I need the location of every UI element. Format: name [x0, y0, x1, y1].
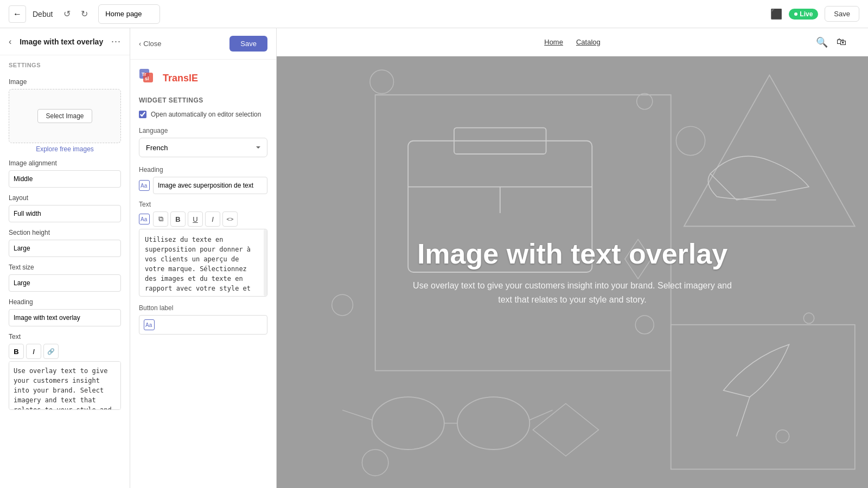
widget-settings-label: WIDGET SETTINGS [139, 97, 267, 104]
live-badge: Live [789, 9, 818, 20]
button-label-section-label: Button label [139, 304, 267, 312]
svg-text:Aa: Aa [141, 183, 148, 189]
italic-button[interactable]: I [26, 344, 41, 359]
heading-translation-row: Aa [139, 177, 267, 194]
image-section-label: Image [9, 78, 121, 86]
topbar-title: Debut [33, 10, 53, 18]
settings-label: SETTINGS [0, 55, 130, 72]
layout-label: Layout [9, 194, 121, 202]
topbar: ← Debut ↺ ↻ Home page About Contact ⬛ Li… [0, 0, 868, 28]
image-upload-box[interactable]: Select Image [9, 89, 121, 143]
section-height-field: Section height Large Small Medium Adapt … [9, 229, 121, 257]
button-label-field: Button label Aa [139, 304, 267, 335]
translate-icon-2: Aa [141, 215, 148, 223]
text-toolbar: B I 🔗 [9, 344, 121, 359]
topbar-nav: ↺ ↻ [59, 7, 92, 22]
page-selector[interactable]: Home page About Contact [98, 4, 160, 24]
preview-nav: Home Catalog 🔍 🛍 [277, 28, 868, 56]
middle-panel: ‹ Close Save Tr sl TranslE WIDGET SETTIN… [130, 28, 277, 488]
preview-nav-icons: 🔍 🛍 [601, 36, 846, 48]
close-label: Close [143, 40, 161, 48]
auto-open-label: Open automatically on editor selection [151, 111, 261, 118]
heading-label: Heading [9, 298, 121, 306]
text-translation-field: Text Aa ⧉ B U I <> Utilisez du texte en … [139, 201, 267, 297]
auto-open-checkbox[interactable] [139, 111, 146, 118]
layout-select[interactable]: Full width Fixed width [9, 205, 121, 222]
monitor-icon[interactable]: ⬛ [770, 8, 782, 20]
layout-field: Layout Full width Fixed width [9, 194, 121, 222]
transl-logo: Tr sl TranslE [139, 68, 267, 88]
translation-lang-icon: Aa [139, 180, 150, 191]
left-panel-header: ‹ Image with text overlay ··· [0, 28, 130, 55]
cart-icon[interactable]: 🛍 [837, 36, 846, 48]
image-alignment-select[interactable]: Middle Left Right [9, 170, 121, 188]
topbar-save-button[interactable]: Save [825, 6, 859, 22]
middle-save-button[interactable]: Save [229, 36, 267, 52]
middle-textarea-wrap: Utilisez du texte en superposition pour … [139, 229, 267, 297]
text-section-label: Text [9, 333, 121, 341]
middle-heading-label: Heading [139, 166, 267, 174]
text-size-select[interactable]: Large Small Medium [9, 274, 121, 292]
chevron-left-icon: ‹ [139, 40, 141, 48]
explore-images-link[interactable]: Explore free images [9, 145, 121, 153]
heading-input[interactable] [9, 309, 121, 326]
left-panel-back-icon[interactable]: ‹ [9, 37, 11, 47]
language-label: Language [139, 127, 267, 134]
transl-logo-text: TranslE [163, 73, 198, 84]
heading-field: Heading [9, 298, 121, 326]
translate-icon-3: Aa [145, 321, 153, 329]
heading-translation-input[interactable] [153, 177, 267, 194]
bold-button[interactable]: B [9, 344, 24, 359]
textarea-scrollbar [264, 229, 267, 296]
preview-area: Home Catalog 🔍 🛍 [277, 28, 868, 488]
select-image-button[interactable]: Select Image [37, 109, 92, 123]
svg-text:sl: sl [145, 76, 149, 81]
middle-bold-button[interactable]: B [170, 211, 186, 227]
copy-button[interactable]: ⧉ [153, 211, 168, 227]
translate-icon: Aa [141, 182, 148, 189]
back-arrow-icon: ← [13, 9, 22, 19]
middle-code-button[interactable]: <> [222, 211, 238, 227]
heading-translation-field: Heading Aa [139, 166, 267, 194]
section-height-label: Section height [9, 229, 121, 236]
text-size-field: Text size Large Small Medium [9, 264, 121, 292]
middle-underline-button[interactable]: U [188, 211, 203, 227]
section-height-select[interactable]: Large Small Medium Adapt to image [9, 240, 121, 257]
redo-button[interactable]: ↻ [76, 7, 92, 22]
svg-text:Aa: Aa [145, 322, 152, 328]
text-field-group: Text B I 🔗 Use overlay text to give your… [9, 333, 121, 412]
transl-logo-icon: Tr sl [139, 68, 158, 88]
button-label-input[interactable] [158, 321, 263, 329]
left-panel: ‹ Image with text overlay ··· SETTINGS I… [0, 28, 130, 488]
preview-hero: Image with text overlay Use overlay text… [277, 56, 868, 488]
topbar-back-button[interactable]: ← [9, 5, 26, 23]
undo-button[interactable]: ↺ [59, 7, 74, 22]
main-layout: ‹ Image with text overlay ··· SETTINGS I… [0, 28, 868, 488]
image-alignment-field: Image alignment Middle Left Right [9, 159, 121, 188]
left-panel-scroll: Image Select Image Explore free images I… [0, 72, 130, 488]
text-textarea[interactable]: Use overlay text to give your customers … [9, 361, 121, 410]
middle-italic-button[interactable]: I [205, 211, 220, 227]
search-icon[interactable]: 🔍 [816, 36, 828, 48]
close-button[interactable]: ‹ Close [139, 40, 162, 48]
hero-content: Image with text overlay Use overlay text… [391, 237, 754, 306]
nav-home-link[interactable]: Home [544, 38, 563, 46]
left-panel-title: Image with text overlay [20, 37, 103, 46]
image-alignment-label: Image alignment [9, 159, 121, 167]
auto-open-checkbox-row: Open automatically on editor selection [139, 111, 267, 118]
page-selector-wrap: Home page About Contact [98, 4, 160, 24]
button-label-row: Aa [139, 315, 267, 335]
language-field: Language French English Spanish German [139, 127, 267, 166]
left-panel-more-icon[interactable]: ··· [111, 36, 121, 47]
image-field-group: Image Select Image Explore free images [9, 78, 121, 153]
text-size-label: Text size [9, 264, 121, 271]
middle-text-label: Text [139, 201, 267, 208]
link-button[interactable]: 🔗 [43, 344, 59, 359]
middle-text-textarea[interactable]: Utilisez du texte en superposition pour … [139, 229, 267, 294]
button-label-lang-icon: Aa [144, 319, 155, 330]
middle-scroll: Tr sl TranslE WIDGET SETTINGS Open autom… [130, 60, 276, 488]
language-select[interactable]: French English Spanish German [139, 138, 267, 157]
middle-translate-icon: Aa [139, 214, 150, 224]
middle-text-toolbar: Aa ⧉ B U I <> [139, 211, 267, 227]
nav-catalog-link[interactable]: Catalog [576, 38, 601, 46]
